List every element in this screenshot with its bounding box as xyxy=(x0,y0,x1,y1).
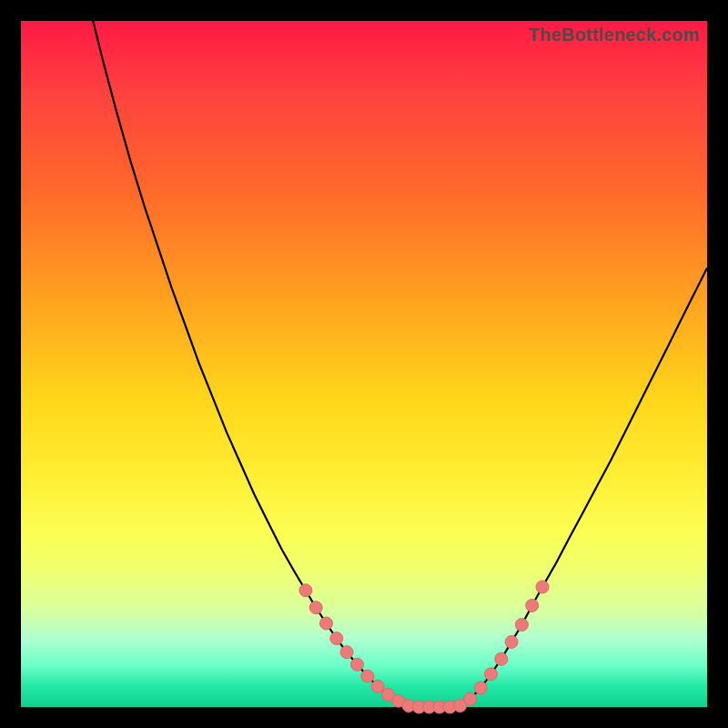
data-marker xyxy=(515,619,528,632)
data-marker xyxy=(320,617,333,630)
data-marker xyxy=(361,670,374,682)
data-marker xyxy=(495,652,508,665)
data-marker xyxy=(526,599,539,612)
chart-frame: TheBottleneck.com xyxy=(0,0,728,728)
data-marker xyxy=(309,602,322,614)
data-marker xyxy=(474,682,487,694)
data-marker xyxy=(464,693,477,705)
plot-area: TheBottleneck.com xyxy=(21,21,707,707)
data-marker xyxy=(299,584,312,597)
data-marker xyxy=(371,680,384,693)
marker-group xyxy=(299,581,549,713)
chart-svg xyxy=(21,21,707,707)
data-marker xyxy=(505,635,518,648)
bottleneck-curve xyxy=(93,21,707,707)
data-marker xyxy=(536,581,549,593)
data-marker xyxy=(330,632,343,645)
data-marker xyxy=(340,646,353,659)
data-marker xyxy=(485,668,498,681)
data-marker xyxy=(351,658,364,671)
